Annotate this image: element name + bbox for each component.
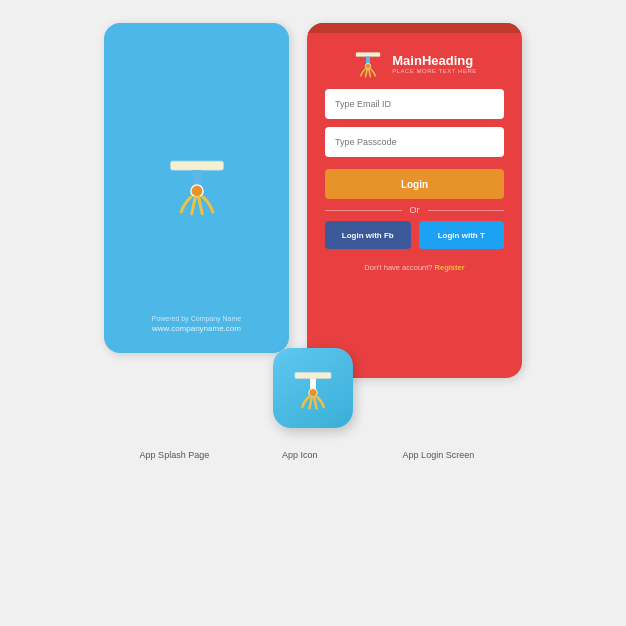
login-screen: MainHeading PLACE MORE TEXT HERE Login O… [307,23,522,378]
labels-row: App Splash Page App Icon App Login Scree… [93,450,533,460]
svg-point-8 [309,389,317,397]
login-form: Login [307,89,522,199]
header-icon-area [352,47,384,79]
company-url-text: www.companyname.com [152,324,242,333]
screens-row: Powered by Company Name www.companyname.… [104,23,522,378]
passcode-input[interactable] [325,127,504,157]
or-text: Or [410,205,420,215]
social-buttons: Login with Fb Login with T [307,221,522,249]
register-link[interactable]: Register [435,263,465,272]
login-header: MainHeading PLACE MORE TEXT HERE [334,47,494,79]
svg-rect-0 [170,161,223,170]
email-input[interactable] [325,89,504,119]
login-top-bar [307,23,522,33]
crane-icon-header [352,44,384,82]
app-icon-label: App Icon [256,450,344,460]
svg-point-5 [365,63,371,69]
sub-heading: PLACE MORE TEXT HERE [392,68,476,74]
login-button[interactable]: Login [325,169,504,199]
register-text: Don't have account? Register [346,263,482,272]
header-text: MainHeading PLACE MORE TEXT HERE [392,53,476,74]
main-heading: MainHeading [392,53,476,68]
or-line-right [428,210,505,211]
splash-label: App Splash Page [93,450,256,460]
app-icon-container [273,348,353,428]
splash-bottom: Powered by Company Name www.companyname.… [152,315,242,333]
svg-point-2 [190,185,202,197]
main-container: Powered by Company Name www.companyname.… [13,23,613,603]
no-account-text: Don't have account? [364,263,432,272]
facebook-login-button[interactable]: Login with Fb [325,221,411,249]
crane-icon-app [289,364,337,412]
powered-by-text: Powered by Company Name [152,315,242,322]
login-label: App Login Screen [344,450,533,460]
app-icon [273,348,353,428]
splash-page: Powered by Company Name www.companyname.… [104,23,289,353]
splash-icon-area [162,53,232,315]
crane-icon-splash [162,149,232,219]
twitter-login-button[interactable]: Login with T [419,221,505,249]
svg-rect-6 [295,372,331,378]
or-line-left [325,210,402,211]
svg-rect-3 [356,53,380,57]
or-divider: Or [307,205,522,215]
